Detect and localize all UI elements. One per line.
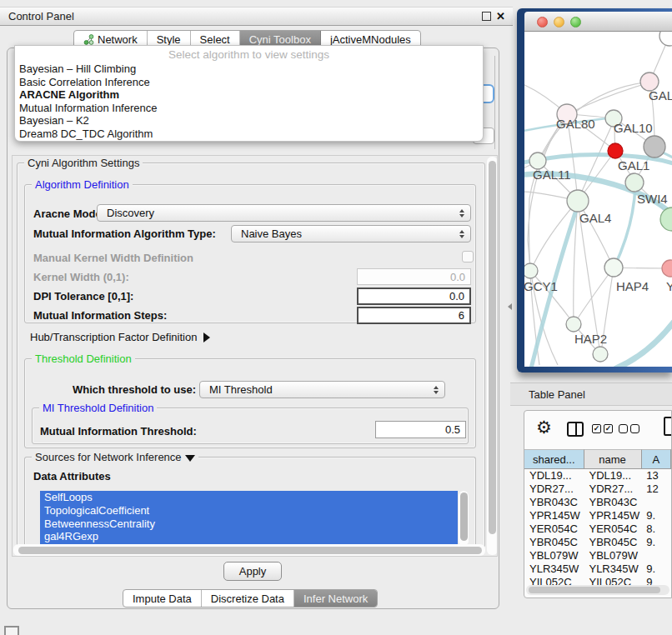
unchecked-checkbox-icon[interactable] (630, 424, 639, 433)
network-node[interactable] (524, 263, 538, 278)
mi-steps-field[interactable]: 6 (357, 307, 471, 324)
table-hscrollbar-track[interactable] (526, 585, 669, 595)
network-node[interactable] (567, 190, 589, 212)
cyni-settings-group-title: Cyni Algorithm Settings (24, 157, 143, 169)
tab-label: Impute Data (133, 592, 192, 605)
gear-icon[interactable]: ⚙ (536, 416, 552, 439)
algorithm-dropdown-item[interactable]: ARACNE Algorithm (15, 88, 483, 102)
table-cell: 13 (641, 469, 671, 482)
network-node[interactable] (660, 208, 672, 231)
data-attribute-item[interactable]: gal4RGexp (40, 530, 458, 543)
network-node-label[interactable]: GAL4 (579, 211, 611, 225)
close-icon[interactable]: ✕ (496, 9, 505, 24)
aracne-mode-combo[interactable]: Discovery (97, 204, 471, 222)
network-node-label[interactable]: GAL10 (614, 121, 653, 135)
minimize-window-icon[interactable] (554, 17, 564, 28)
network-window-titlebar[interactable] (524, 12, 672, 32)
table-row[interactable]: YLR345WYLR345W9. (524, 562, 671, 576)
mi-type-value: Naive Bayes (241, 228, 302, 240)
algorithm-definition-title: Algorithm Definition (32, 178, 133, 191)
network-node[interactable] (593, 347, 608, 362)
dock-panel-icon[interactable] (4, 626, 19, 635)
table-row[interactable]: YER054CYER054C8. (524, 522, 671, 536)
tab-label: Discretize Data (211, 592, 284, 605)
checked-checkbox-icon[interactable]: ✓ (604, 424, 613, 433)
network-node-label[interactable]: SWI4 (637, 192, 668, 206)
network-node[interactable] (566, 317, 581, 332)
network-node-label[interactable]: HAP4 (616, 279, 649, 293)
network-node[interactable] (662, 260, 672, 277)
network-node[interactable] (644, 136, 665, 158)
table-row[interactable]: YDL19...YDL19...13 (524, 469, 671, 482)
table-row[interactable]: YBL079WYBL079W (524, 549, 671, 562)
network-node-label[interactable]: GAL80 (556, 117, 595, 131)
table-column-header[interactable]: A (642, 449, 671, 469)
algorithm-dropdown-item[interactable]: Dream8 DC_TDC Algorithm (15, 128, 483, 141)
table-row[interactable]: YPR145WYPR145W9. (524, 509, 671, 522)
network-node-label[interactable]: GCY1 (524, 279, 558, 293)
data-attribute-item[interactable]: BetweennessCentrality (40, 518, 458, 531)
columns-icon[interactable] (567, 422, 584, 437)
document-icon[interactable] (664, 417, 672, 436)
network-node[interactable] (604, 258, 623, 277)
network-node[interactable] (529, 152, 546, 169)
tab-impute-data[interactable]: Impute Data (123, 590, 202, 607)
settings-vscrollbar-thumb[interactable] (489, 161, 496, 534)
float-panel-icon[interactable] (482, 12, 491, 21)
algorithm-dropdown-item[interactable]: Basic Correlation Inference (15, 76, 483, 89)
close-window-icon[interactable] (537, 17, 548, 28)
tab-infer-network[interactable]: Infer Network (294, 590, 377, 607)
algorithm-dropdown-item[interactable]: Mutual Information Inference (15, 102, 483, 115)
tab-label: Infer Network (303, 592, 368, 605)
mi-threshold-field[interactable]: 0.5 (375, 421, 466, 438)
network-node-label[interactable]: Y (666, 279, 672, 293)
network-edge-strong[interactable] (614, 185, 635, 267)
network-edge[interactable] (531, 201, 578, 270)
splitter-collapse-icon[interactable] (508, 303, 512, 310)
table-cell: 12 (641, 482, 671, 496)
network-view-window[interactable]: GAL2GAL80GAL10GAL1GAL11SWI4GAL4GCY1HAP4Y… (517, 8, 672, 372)
network-node-label[interactable]: HAP2 (574, 332, 607, 346)
table-column-header[interactable]: shared... (524, 449, 584, 469)
table-row[interactable]: YBR043CYBR043C (524, 496, 671, 509)
attr-list-scrollbar-track[interactable] (459, 491, 469, 546)
apply-button[interactable]: Apply (223, 562, 282, 581)
settings-hscrollbar-track[interactable] (13, 544, 485, 556)
settings-hscrollbar-thumb[interactable] (18, 547, 482, 554)
dpi-tolerance-label: DPI Tolerance [0,1]: (33, 290, 133, 302)
checked-checkbox-icon[interactable]: ✓ (592, 424, 601, 433)
network-node[interactable] (608, 143, 623, 158)
zoom-window-icon[interactable] (570, 17, 581, 28)
unchecked-checkbox-icon[interactable] (619, 424, 628, 433)
table-hscrollbar-thumb[interactable] (529, 587, 660, 593)
table-row[interactable]: YBR045CYBR045C9. (524, 536, 671, 549)
attr-list-scrollbar-thumb[interactable] (460, 492, 468, 541)
network-node[interactable] (625, 173, 644, 192)
mi-type-combo[interactable]: Naive Bayes (231, 225, 471, 242)
hub-definition-expander[interactable]: Hub/Transcription Factor Definition (30, 331, 210, 343)
data-attribute-item[interactable]: SelfLoops (40, 491, 458, 504)
settings-vscrollbar-track[interactable] (487, 157, 498, 555)
network-edge-strong[interactable] (616, 317, 672, 367)
table-column-header[interactable]: name (584, 449, 642, 469)
network-node-label[interactable]: GAL2 (649, 88, 672, 102)
algorithm-dropdown-item[interactable]: Bayesian – Hill Climbing (15, 62, 483, 76)
which-threshold-combo[interactable]: MI Threshold (199, 381, 445, 398)
tab-label: Cyni Toolbox (249, 33, 311, 46)
kernel-width-field[interactable]: 0.0 (357, 268, 471, 285)
network-canvas[interactable]: GAL2GAL80GAL10GAL1GAL11SWI4GAL4GCY1HAP4Y… (524, 32, 672, 367)
manual-kernel-checkbox[interactable] (462, 251, 474, 262)
tab-discretize-data[interactable]: Discretize Data (202, 590, 294, 607)
data-attributes-list[interactable]: SelfLoopsTopologicalCoefficientBetweenne… (40, 491, 458, 546)
table-row[interactable]: YDR27...YDR27...12 (524, 482, 671, 496)
network-node-label[interactable]: GAL1 (618, 158, 649, 172)
network-node[interactable] (659, 32, 672, 46)
threshold-definition-title: Threshold Definition (32, 352, 135, 365)
algorithm-dropdown-item[interactable]: Bayesian – K2 (15, 114, 483, 128)
network-node-label[interactable]: GAL11 (533, 168, 571, 182)
network-canvas-svg[interactable]: GAL2GAL80GAL10GAL1GAL11SWI4GAL4GCY1HAP4Y… (524, 32, 672, 367)
dpi-tolerance-field[interactable]: 0.0 (357, 288, 471, 305)
data-attribute-item[interactable]: TopologicalCoefficient (40, 504, 458, 518)
table-cell: YBL079W (584, 549, 641, 562)
cyni-settings-scroll-area: Cyni Algorithm Settings Algorithm Defini… (12, 155, 498, 557)
